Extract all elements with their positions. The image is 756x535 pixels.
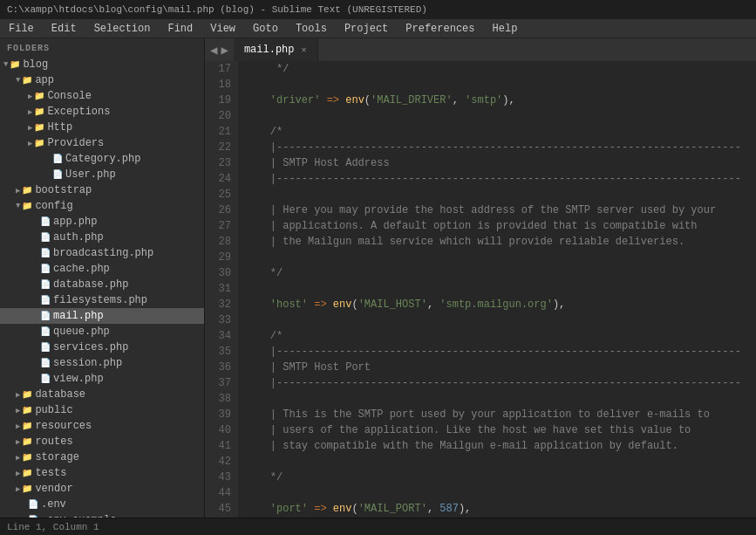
sidebar-item-label: services.php — [53, 341, 128, 353]
sidebar-item-label: database — [35, 388, 85, 401]
sidebar-item-Console[interactable]: ▶ 📁 Console — [0, 88, 204, 104]
sidebar-item-services_php[interactable]: 📄 services.php — [0, 340, 204, 355]
folder-icon: 📁 — [22, 75, 32, 86]
folder-arrow: ▶ — [16, 484, 20, 494]
file-icon: 📄 — [40, 248, 51, 258]
sidebar-item-label: tests — [35, 467, 66, 479]
sidebar-item-label: public — [35, 404, 72, 416]
sidebar-item-storage[interactable]: ▶ 📁 storage — [0, 449, 204, 465]
sidebar-item-cache_php[interactable]: 📄 cache.php — [0, 261, 204, 277]
menu-edit[interactable]: Edit — [43, 19, 85, 38]
status-bar: Line 1, Column 1 — [0, 518, 756, 535]
sidebar-item-label: Console — [47, 90, 91, 102]
sidebar-item-public[interactable]: ▶ 📁 public — [0, 402, 204, 418]
sidebar-item-routes[interactable]: ▶ 📁 routes — [0, 434, 204, 449]
menu-goto[interactable]: Goto — [244, 19, 287, 38]
editor[interactable]: 1718192021222324252627282930313233343536… — [205, 61, 756, 518]
menu-tools[interactable]: Tools — [287, 19, 336, 38]
menu-view[interactable]: View — [201, 19, 244, 38]
sidebar-item-label: queue.php — [53, 326, 110, 338]
folder-icon: 📁 — [34, 138, 44, 148]
sidebar-item-filesystems_php[interactable]: 📄 filesystems.php — [0, 292, 204, 308]
folder-icon: 📁 — [22, 421, 32, 431]
sidebar-item-app_php[interactable]: 📄 app.php — [0, 214, 204, 230]
sidebar-item-label: User.php — [65, 168, 116, 181]
line-numbers: 1718192021222324252627282930313233343536… — [205, 61, 238, 518]
main-layout: FOLDERS ▼ 📁 blog▼ 📁 app▶ 📁 Console▶ 📁 Ex… — [0, 38, 756, 518]
sidebar-item-database_php[interactable]: 📄 database.php — [0, 277, 204, 292]
sidebar-item-config[interactable]: ▼ 📁 config — [0, 198, 204, 214]
nav-arrows: ◀ ▶ — [205, 43, 234, 58]
nav-forward[interactable]: ▶ — [221, 43, 228, 58]
code-content[interactable]: */ 'driver' => env('MAIL_DRIVER', 'smtp'… — [238, 61, 756, 518]
sidebar-item-bootstrap[interactable]: ▶ 📁 bootstrap — [0, 182, 204, 198]
folder-arrow: ▶ — [16, 422, 20, 431]
sidebar-item-tests[interactable]: ▶ 📁 tests — [0, 465, 204, 481]
sidebar-item-broadcasting_php[interactable]: 📄 broadcasting.php — [0, 245, 204, 261]
file-icon: 📄 — [40, 358, 51, 368]
folder-arrow: ▼ — [16, 202, 20, 210]
sidebar-item-label: .env — [41, 498, 66, 511]
file-icon: 📄 — [40, 264, 51, 274]
folder-arrow: ▶ — [16, 406, 20, 415]
sidebar-item-label: Category.php — [65, 153, 140, 165]
sidebar-item-Category_php[interactable]: 📄 Category.php — [0, 151, 204, 167]
folder-icon: 📁 — [22, 185, 32, 195]
sidebar-item-label: auth.php — [53, 231, 104, 243]
folder-arrow: ▼ — [3, 60, 8, 69]
file-icon: 📄 — [52, 169, 63, 180]
folder-icon: 📁 — [10, 59, 20, 70]
folder-arrow: ▶ — [16, 469, 20, 478]
sidebar-item-Http[interactable]: ▶ 📁 Http — [0, 120, 204, 135]
sidebar-item-label: routes — [35, 436, 72, 448]
nav-back[interactable]: ◀ — [210, 43, 217, 58]
tab-close[interactable]: ✕ — [301, 45, 306, 55]
sidebar-item-resources[interactable]: ▶ 📁 resources — [0, 418, 204, 434]
sidebar-item-label: Http — [47, 121, 72, 134]
file-icon: 📄 — [40, 232, 51, 243]
menu-preferences[interactable]: Preferences — [397, 19, 483, 38]
folder-arrow: ▶ — [16, 437, 20, 447]
sidebar-item-label: cache.php — [53, 263, 110, 275]
menu-selection[interactable]: Selection — [85, 19, 160, 38]
sidebar-item-label: mail.php — [53, 310, 104, 322]
tab-mail-php[interactable]: mail.php ✕ — [234, 38, 318, 61]
menu-help[interactable]: Help — [484, 19, 527, 38]
sidebar-item-User_php[interactable]: 📄 User.php — [0, 167, 204, 182]
folder-icon: 📁 — [22, 405, 32, 415]
sidebar-item-Providers[interactable]: ▶ 📁 Providers — [0, 135, 204, 151]
folder-icon: 📁 — [22, 468, 32, 478]
menu-find[interactable]: Find — [159, 19, 201, 38]
sidebar-item-mail_php[interactable]: 📄 mail.php — [0, 308, 204, 324]
menu-project[interactable]: Project — [336, 19, 397, 38]
file-icon: 📄 — [40, 326, 51, 337]
folder-arrow: ▶ — [16, 186, 20, 195]
folder-arrow: ▶ — [28, 107, 32, 117]
sidebar-item-app[interactable]: ▼ 📁 app — [0, 72, 204, 88]
status-text: Line 1, Column 1 — [7, 522, 99, 532]
file-icon: 📄 — [40, 216, 51, 227]
sidebar-item-Exceptions[interactable]: ▶ 📁 Exceptions — [0, 104, 204, 120]
folder-arrow: ▶ — [28, 123, 32, 133]
sidebar-item-label: storage — [35, 451, 78, 463]
sidebar-header: FOLDERS — [0, 38, 204, 57]
sidebar-item-vendor[interactable]: ▶ 📁 vendor — [0, 481, 204, 497]
sidebar-item-label: database.php — [53, 278, 128, 291]
folder-arrow: ▶ — [16, 390, 20, 400]
folder-arrow: ▶ — [28, 139, 32, 148]
folder-icon: 📁 — [34, 106, 44, 117]
sidebar-item-database[interactable]: ▶ 📁 database — [0, 387, 204, 402]
sidebar: FOLDERS ▼ 📁 blog▼ 📁 app▶ 📁 Console▶ 📁 Ex… — [0, 38, 205, 518]
folder-icon: 📁 — [22, 201, 32, 211]
sidebar-item-session_php[interactable]: 📄 session.php — [0, 355, 204, 371]
menu-file[interactable]: File — [0, 19, 43, 38]
sidebar-item-queue_php[interactable]: 📄 queue.php — [0, 324, 204, 340]
title-bar: C:\xampp\htdocs\blog\config\mail.php (bl… — [0, 0, 756, 19]
folder-icon: 📁 — [34, 122, 44, 133]
sidebar-item-auth_php[interactable]: 📄 auth.php — [0, 230, 204, 245]
sidebar-item-blog[interactable]: ▼ 📁 blog — [0, 57, 204, 72]
file-icon: 📄 — [40, 311, 51, 321]
sidebar-item-view_php[interactable]: 📄 view.php — [0, 371, 204, 387]
sidebar-item-_env[interactable]: 📄 .env — [0, 497, 204, 512]
sidebar-item-label: vendor — [35, 483, 72, 495]
